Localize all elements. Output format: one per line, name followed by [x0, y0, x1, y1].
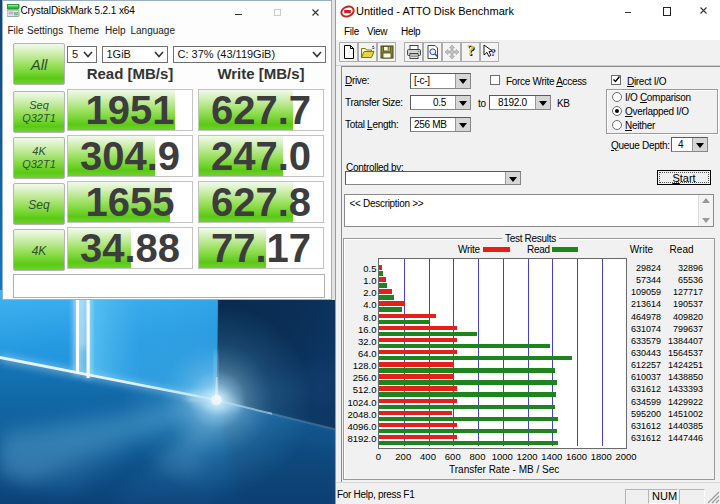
svg-text:?: ?	[491, 46, 497, 58]
